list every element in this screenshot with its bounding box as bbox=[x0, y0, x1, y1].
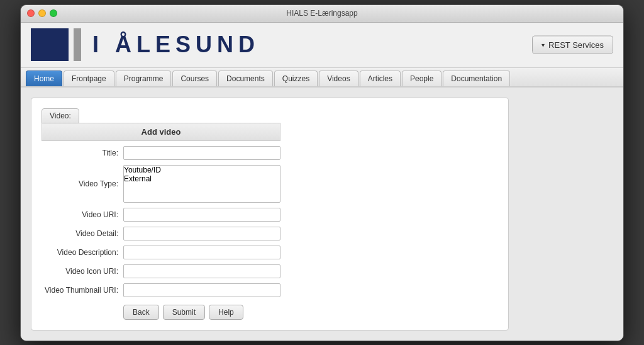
close-button[interactable] bbox=[27, 9, 35, 17]
app-window: HIALS E-Læringsapp I ÅLESUND ▾ REST Serv… bbox=[20, 4, 624, 341]
maximize-button[interactable] bbox=[50, 9, 57, 17]
tab-people[interactable]: People bbox=[402, 71, 441, 86]
video-type-row: Video Type: Youtube/ID External bbox=[42, 165, 280, 203]
form-buttons: Back Submit Help bbox=[42, 305, 280, 320]
rest-services-button[interactable]: ▾ REST Services bbox=[532, 36, 613, 54]
video-detail-label: Video Detail: bbox=[42, 229, 123, 238]
video-type-select[interactable]: Youtube/ID External bbox=[123, 165, 280, 203]
form-title: Add video bbox=[42, 123, 280, 141]
panel-tab: Video: bbox=[42, 108, 79, 123]
header: I ÅLESUND ▾ REST Services bbox=[21, 23, 623, 68]
video-description-input[interactable] bbox=[123, 246, 280, 259]
help-button[interactable]: Help bbox=[209, 305, 243, 320]
video-detail-input[interactable] bbox=[123, 227, 280, 240]
tab-videos[interactable]: Videos bbox=[319, 71, 358, 86]
rest-button-label: REST Services bbox=[548, 40, 604, 50]
video-thumbnail-uri-row: Video Thumbnail URI: bbox=[42, 283, 280, 297]
video-icon-uri-row: Video Icon URI: bbox=[42, 264, 280, 278]
video-description-label: Video Description: bbox=[42, 248, 123, 257]
title-input[interactable] bbox=[123, 146, 280, 160]
video-type-option-youtube[interactable]: Youtube/ID bbox=[124, 166, 280, 174]
nav-bar: Home Frontpage Programme Courses Documen… bbox=[21, 68, 623, 88]
video-panel: Video: Add video Title: Video Type: Yout… bbox=[31, 98, 509, 331]
tab-programme[interactable]: Programme bbox=[116, 71, 172, 86]
logo-text: I ÅLESUND bbox=[92, 31, 260, 58]
video-type-option-external[interactable]: External bbox=[124, 174, 280, 183]
tab-articles[interactable]: Articles bbox=[360, 71, 401, 86]
window-controls bbox=[27, 9, 57, 17]
tab-documents[interactable]: Documents bbox=[218, 71, 273, 86]
title-row: Title: bbox=[42, 146, 280, 160]
tab-documentation[interactable]: Documentation bbox=[443, 71, 510, 86]
tab-courses[interactable]: Courses bbox=[172, 71, 217, 86]
content-area: Video: Add video Title: Video Type: Yout… bbox=[21, 88, 623, 341]
video-detail-row: Video Detail: bbox=[42, 227, 280, 240]
tab-quizzes[interactable]: Quizzes bbox=[274, 71, 318, 86]
video-thumbnail-uri-input[interactable] bbox=[123, 283, 280, 297]
video-uri-row: Video URI: bbox=[42, 208, 280, 222]
tab-frontpage[interactable]: Frontpage bbox=[64, 71, 114, 86]
video-icon-uri-label: Video Icon URI: bbox=[42, 267, 123, 276]
video-thumbnail-uri-label: Video Thumbnail URI: bbox=[42, 286, 123, 295]
title-bar: HIALS E-Læringsapp bbox=[21, 5, 623, 23]
video-icon-uri-input[interactable] bbox=[123, 264, 280, 278]
logo-gray-bar bbox=[74, 28, 81, 61]
logo-blue-box bbox=[31, 28, 69, 61]
tab-home[interactable]: Home bbox=[26, 71, 62, 86]
minimize-button[interactable] bbox=[38, 9, 46, 17]
video-type-label: Video Type: bbox=[42, 179, 123, 188]
logo-area: I ÅLESUND bbox=[31, 28, 260, 61]
submit-button[interactable]: Submit bbox=[163, 305, 205, 320]
back-button[interactable]: Back bbox=[123, 305, 159, 320]
window-title: HIALS E-Læringsapp bbox=[286, 9, 357, 18]
video-description-row: Video Description: bbox=[42, 246, 280, 259]
video-uri-label: Video URI: bbox=[42, 210, 123, 219]
video-uri-input[interactable] bbox=[123, 208, 280, 222]
add-video-form: Add video Title: Video Type: Youtube/ID … bbox=[42, 123, 280, 320]
chevron-down-icon: ▾ bbox=[541, 42, 545, 48]
title-label: Title: bbox=[42, 149, 123, 157]
